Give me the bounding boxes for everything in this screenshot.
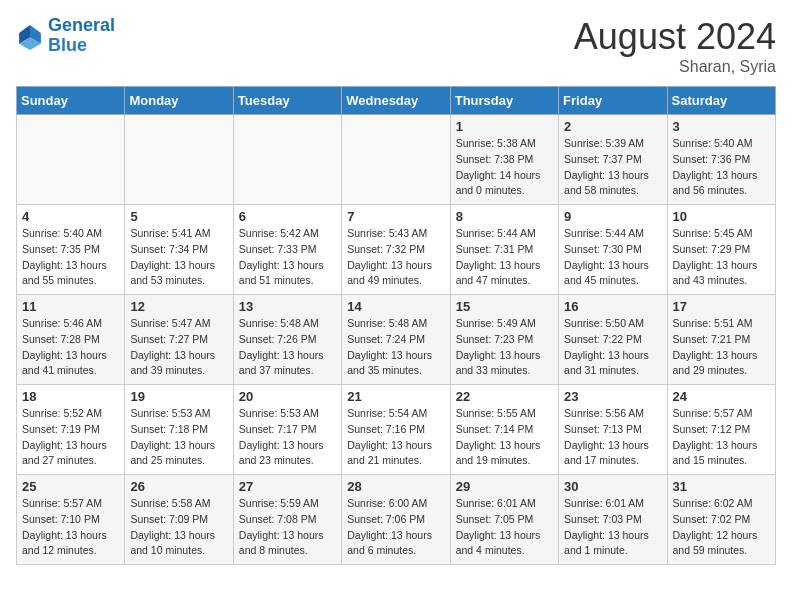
calendar-cell: 22Sunrise: 5:55 AM Sunset: 7:14 PM Dayli…: [450, 385, 558, 475]
calendar-cell: 25Sunrise: 5:57 AM Sunset: 7:10 PM Dayli…: [17, 475, 125, 565]
day-number: 28: [347, 479, 444, 494]
day-info: Sunrise: 6:00 AM Sunset: 7:06 PM Dayligh…: [347, 496, 444, 559]
calendar-cell: 12Sunrise: 5:47 AM Sunset: 7:27 PM Dayli…: [125, 295, 233, 385]
calendar-cell: [17, 115, 125, 205]
day-info: Sunrise: 5:57 AM Sunset: 7:10 PM Dayligh…: [22, 496, 119, 559]
day-info: Sunrise: 6:02 AM Sunset: 7:02 PM Dayligh…: [673, 496, 770, 559]
day-info: Sunrise: 5:57 AM Sunset: 7:12 PM Dayligh…: [673, 406, 770, 469]
day-info: Sunrise: 5:59 AM Sunset: 7:08 PM Dayligh…: [239, 496, 336, 559]
calendar-header-saturday: Saturday: [667, 87, 775, 115]
day-info: Sunrise: 6:01 AM Sunset: 7:03 PM Dayligh…: [564, 496, 661, 559]
calendar-header-sunday: Sunday: [17, 87, 125, 115]
calendar-header-monday: Monday: [125, 87, 233, 115]
day-number: 9: [564, 209, 661, 224]
calendar-cell: 11Sunrise: 5:46 AM Sunset: 7:28 PM Dayli…: [17, 295, 125, 385]
day-info: Sunrise: 5:47 AM Sunset: 7:27 PM Dayligh…: [130, 316, 227, 379]
day-info: Sunrise: 5:42 AM Sunset: 7:33 PM Dayligh…: [239, 226, 336, 289]
logo-general: General: [48, 15, 115, 35]
day-number: 30: [564, 479, 661, 494]
calendar-cell: 26Sunrise: 5:58 AM Sunset: 7:09 PM Dayli…: [125, 475, 233, 565]
day-number: 23: [564, 389, 661, 404]
calendar-cell: 24Sunrise: 5:57 AM Sunset: 7:12 PM Dayli…: [667, 385, 775, 475]
day-number: 12: [130, 299, 227, 314]
day-number: 21: [347, 389, 444, 404]
day-number: 25: [22, 479, 119, 494]
calendar-cell: 1Sunrise: 5:38 AM Sunset: 7:38 PM Daylig…: [450, 115, 558, 205]
calendar-cell: 4Sunrise: 5:40 AM Sunset: 7:35 PM Daylig…: [17, 205, 125, 295]
day-info: Sunrise: 5:54 AM Sunset: 7:16 PM Dayligh…: [347, 406, 444, 469]
calendar-cell: 15Sunrise: 5:49 AM Sunset: 7:23 PM Dayli…: [450, 295, 558, 385]
calendar-cell: 3Sunrise: 5:40 AM Sunset: 7:36 PM Daylig…: [667, 115, 775, 205]
day-number: 24: [673, 389, 770, 404]
day-info: Sunrise: 5:38 AM Sunset: 7:38 PM Dayligh…: [456, 136, 553, 199]
calendar-body: 1Sunrise: 5:38 AM Sunset: 7:38 PM Daylig…: [17, 115, 776, 565]
calendar-cell: 29Sunrise: 6:01 AM Sunset: 7:05 PM Dayli…: [450, 475, 558, 565]
calendar-cell: [125, 115, 233, 205]
day-info: Sunrise: 5:39 AM Sunset: 7:37 PM Dayligh…: [564, 136, 661, 199]
calendar-cell: 13Sunrise: 5:48 AM Sunset: 7:26 PM Dayli…: [233, 295, 341, 385]
calendar-cell: 20Sunrise: 5:53 AM Sunset: 7:17 PM Dayli…: [233, 385, 341, 475]
day-info: Sunrise: 6:01 AM Sunset: 7:05 PM Dayligh…: [456, 496, 553, 559]
day-number: 17: [673, 299, 770, 314]
calendar-cell: 31Sunrise: 6:02 AM Sunset: 7:02 PM Dayli…: [667, 475, 775, 565]
page-header: General Blue August 2024 Sharan, Syria: [16, 16, 776, 76]
calendar-week-row: 18Sunrise: 5:52 AM Sunset: 7:19 PM Dayli…: [17, 385, 776, 475]
calendar-header-friday: Friday: [559, 87, 667, 115]
day-number: 20: [239, 389, 336, 404]
day-number: 10: [673, 209, 770, 224]
day-info: Sunrise: 5:58 AM Sunset: 7:09 PM Dayligh…: [130, 496, 227, 559]
day-number: 3: [673, 119, 770, 134]
day-info: Sunrise: 5:53 AM Sunset: 7:18 PM Dayligh…: [130, 406, 227, 469]
day-number: 31: [673, 479, 770, 494]
day-info: Sunrise: 5:40 AM Sunset: 7:36 PM Dayligh…: [673, 136, 770, 199]
day-info: Sunrise: 5:44 AM Sunset: 7:31 PM Dayligh…: [456, 226, 553, 289]
calendar-table: SundayMondayTuesdayWednesdayThursdayFrid…: [16, 86, 776, 565]
calendar-cell: 28Sunrise: 6:00 AM Sunset: 7:06 PM Dayli…: [342, 475, 450, 565]
day-number: 15: [456, 299, 553, 314]
day-info: Sunrise: 5:46 AM Sunset: 7:28 PM Dayligh…: [22, 316, 119, 379]
day-number: 26: [130, 479, 227, 494]
day-info: Sunrise: 5:45 AM Sunset: 7:29 PM Dayligh…: [673, 226, 770, 289]
day-number: 18: [22, 389, 119, 404]
location: Sharan, Syria: [574, 58, 776, 76]
day-number: 7: [347, 209, 444, 224]
calendar-week-row: 1Sunrise: 5:38 AM Sunset: 7:38 PM Daylig…: [17, 115, 776, 205]
calendar-cell: 19Sunrise: 5:53 AM Sunset: 7:18 PM Dayli…: [125, 385, 233, 475]
day-info: Sunrise: 5:48 AM Sunset: 7:26 PM Dayligh…: [239, 316, 336, 379]
calendar-header-thursday: Thursday: [450, 87, 558, 115]
day-number: 6: [239, 209, 336, 224]
calendar-cell: 2Sunrise: 5:39 AM Sunset: 7:37 PM Daylig…: [559, 115, 667, 205]
calendar-cell: 27Sunrise: 5:59 AM Sunset: 7:08 PM Dayli…: [233, 475, 341, 565]
day-info: Sunrise: 5:49 AM Sunset: 7:23 PM Dayligh…: [456, 316, 553, 379]
day-number: 19: [130, 389, 227, 404]
calendar-cell: 10Sunrise: 5:45 AM Sunset: 7:29 PM Dayli…: [667, 205, 775, 295]
day-number: 5: [130, 209, 227, 224]
day-number: 11: [22, 299, 119, 314]
day-info: Sunrise: 5:48 AM Sunset: 7:24 PM Dayligh…: [347, 316, 444, 379]
calendar-cell: 9Sunrise: 5:44 AM Sunset: 7:30 PM Daylig…: [559, 205, 667, 295]
logo-blue: Blue: [48, 36, 115, 56]
calendar-week-row: 11Sunrise: 5:46 AM Sunset: 7:28 PM Dayli…: [17, 295, 776, 385]
calendar-cell: [233, 115, 341, 205]
calendar-cell: 18Sunrise: 5:52 AM Sunset: 7:19 PM Dayli…: [17, 385, 125, 475]
title-block: August 2024 Sharan, Syria: [574, 16, 776, 76]
day-number: 16: [564, 299, 661, 314]
day-number: 8: [456, 209, 553, 224]
day-number: 2: [564, 119, 661, 134]
calendar-cell: 23Sunrise: 5:56 AM Sunset: 7:13 PM Dayli…: [559, 385, 667, 475]
day-info: Sunrise: 5:55 AM Sunset: 7:14 PM Dayligh…: [456, 406, 553, 469]
calendar-cell: 8Sunrise: 5:44 AM Sunset: 7:31 PM Daylig…: [450, 205, 558, 295]
logo-text: General Blue: [48, 16, 115, 56]
calendar-cell: 6Sunrise: 5:42 AM Sunset: 7:33 PM Daylig…: [233, 205, 341, 295]
calendar-cell: 30Sunrise: 6:01 AM Sunset: 7:03 PM Dayli…: [559, 475, 667, 565]
calendar-header-tuesday: Tuesday: [233, 87, 341, 115]
day-info: Sunrise: 5:52 AM Sunset: 7:19 PM Dayligh…: [22, 406, 119, 469]
day-info: Sunrise: 5:43 AM Sunset: 7:32 PM Dayligh…: [347, 226, 444, 289]
day-info: Sunrise: 5:40 AM Sunset: 7:35 PM Dayligh…: [22, 226, 119, 289]
calendar-header-wednesday: Wednesday: [342, 87, 450, 115]
calendar-cell: 17Sunrise: 5:51 AM Sunset: 7:21 PM Dayli…: [667, 295, 775, 385]
day-number: 13: [239, 299, 336, 314]
logo: General Blue: [16, 16, 115, 56]
calendar-cell: 7Sunrise: 5:43 AM Sunset: 7:32 PM Daylig…: [342, 205, 450, 295]
calendar-week-row: 25Sunrise: 5:57 AM Sunset: 7:10 PM Dayli…: [17, 475, 776, 565]
